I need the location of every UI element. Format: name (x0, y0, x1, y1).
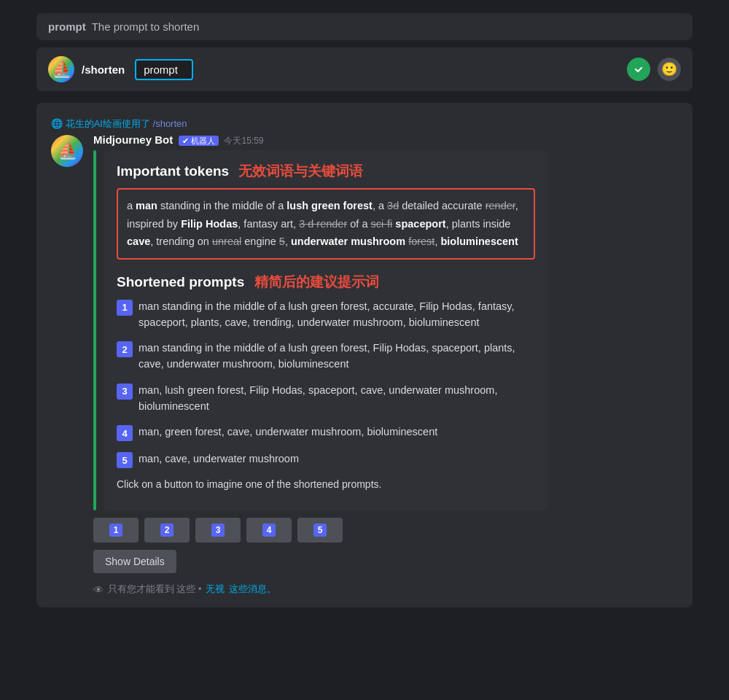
footer-link-2[interactable]: 这些消息。 (229, 583, 276, 596)
prompt-btn-1[interactable]: 1 (93, 518, 139, 542)
important-tokens-cn: 无效词语与关键词语 (238, 163, 363, 179)
important-tokens-title: Important tokens 无效词语与关键词语 (117, 162, 535, 181)
prompt-badge-3: 3 (117, 384, 133, 400)
embed-card: Important tokens 无效词语与关键词语 a man standin… (104, 150, 548, 510)
message-row: ⛵ Midjourney Bot ✔ 机器人 今天15:59 Important… (51, 133, 678, 596)
token-cave: cave (127, 236, 150, 247)
btn-badge-3: 3 (211, 524, 225, 537)
attribution-avatar: 🌐 (51, 118, 63, 129)
bot-avatar: ⛵ (51, 135, 83, 167)
show-details-button[interactable]: Show Details (93, 550, 176, 573)
shortened-prompts-cn: 精简后的建议提示词 (254, 274, 379, 289)
sailboat-icon: ⛵ (52, 60, 71, 79)
prompt-btn-4[interactable]: 4 (246, 518, 292, 542)
prompt-item-5: 5 man, cave, underwater mushroom (117, 451, 535, 468)
slash-bar: ⛵ /shorten prompt 🙂 (36, 47, 693, 91)
footer-link-1[interactable]: 无视 (206, 583, 225, 596)
token-spaceport: spaceport (395, 218, 445, 230)
btn-badge-4: 4 (262, 524, 276, 537)
click-hint: Click on a button to imagine one of the … (117, 478, 535, 490)
submit-icon[interactable] (627, 58, 650, 81)
bot-name[interactable]: Midjourney Bot (93, 133, 173, 146)
token-forest2: forest (408, 236, 434, 247)
eye-icon: 👁 (93, 584, 104, 596)
slash-avatar: ⛵ (48, 56, 74, 82)
token-filip: Filip Hodas (181, 218, 238, 230)
prompt-text-4: man, green forest, cave, underwater mush… (139, 424, 437, 440)
slash-command-text: /shorten (82, 63, 125, 76)
prompt-badge-2: 2 (117, 341, 133, 357)
message-content: Midjourney Bot ✔ 机器人 今天15:59 Important t… (93, 133, 678, 596)
footer-text: 只有您才能看到 这些 • (108, 583, 201, 596)
svg-point-0 (632, 63, 645, 76)
prompt-btn-2[interactable]: 2 (144, 518, 190, 542)
prompt-text-2: man standing in the middle of a lush gre… (139, 341, 535, 373)
prompt-item-1: 1 man standing in the middle of a lush g… (117, 299, 535, 331)
message-meta: Midjourney Bot ✔ 机器人 今天15:59 (93, 133, 678, 147)
prompt-item-2: 2 man standing in the middle of a lush g… (117, 341, 535, 373)
prompt-badge-1: 1 (117, 300, 133, 316)
bot-badge: ✔ 机器人 (179, 136, 219, 146)
token-5: 5 (279, 236, 285, 247)
button-row: 1 2 3 4 5 (93, 518, 678, 542)
prompt-text-3: man, lush green forest, Filip Hodas, spa… (139, 383, 535, 415)
prompt-btn-5[interactable]: 5 (297, 518, 343, 542)
prompt-item-3: 3 man, lush green forest, Filip Hodas, s… (117, 383, 535, 415)
accent-bar-wrapper: Important tokens 无效词语与关键词语 a man standin… (93, 150, 678, 510)
command-label: prompt (48, 20, 86, 33)
shortened-prompts-title: Shortened prompts 精简后的建议提示词 (117, 273, 535, 292)
command-desc: The prompt to shorten (92, 20, 200, 33)
prompt-badge-5: 5 (117, 452, 133, 468)
emoji-icon[interactable]: 🙂 (658, 58, 681, 81)
token-bioluminescent: bioluminescent (440, 236, 518, 247)
prompt-btn-3[interactable]: 3 (195, 518, 241, 542)
btn-badge-5: 5 (313, 524, 327, 537)
bot-sailboat-icon: ⛵ (58, 141, 77, 160)
username-link[interactable]: 花生的AI绘画使用了 (66, 118, 150, 129)
btn-badge-2: 2 (160, 524, 174, 537)
accent-bar (93, 150, 96, 510)
prompt-text-5: man, cave, underwater mushroom (139, 451, 299, 467)
token-mushroom: underwater mushroom (291, 236, 405, 247)
command-bar: prompt The prompt to shorten (36, 13, 693, 40)
slash-input[interactable]: prompt (135, 59, 193, 80)
footer-note: 👁 只有您才能看到 这些 • 无视 这些消息。 (93, 583, 678, 596)
token-box: a man standing in the middle of a lush g… (117, 188, 535, 260)
token-man: man (136, 200, 157, 211)
token-3d-render: 3 d render (299, 218, 347, 230)
token-render: render (486, 200, 515, 211)
token-unreal: unreal (212, 236, 241, 247)
prompt-text-1: man standing in the middle of a lush gre… (139, 299, 535, 331)
token-forest: lush green forest (286, 200, 373, 211)
slash-icons: 🙂 (627, 58, 681, 81)
command-link[interactable]: /shorten (153, 118, 187, 129)
prompt-badge-4: 4 (117, 425, 133, 441)
chat-area: 🌐 花生的AI绘画使用了 /shorten ⛵ Midjourney Bot ✔… (36, 103, 693, 607)
btn-badge-1: 1 (109, 524, 122, 537)
token-scifi: sci-fi (371, 218, 393, 230)
token-3d: 3d (387, 200, 399, 211)
attribution-line: 🌐 花生的AI绘画使用了 /shorten (51, 117, 678, 131)
timestamp: 今天15:59 (224, 136, 263, 146)
prompt-item-4: 4 man, green forest, cave, underwater mu… (117, 424, 535, 441)
